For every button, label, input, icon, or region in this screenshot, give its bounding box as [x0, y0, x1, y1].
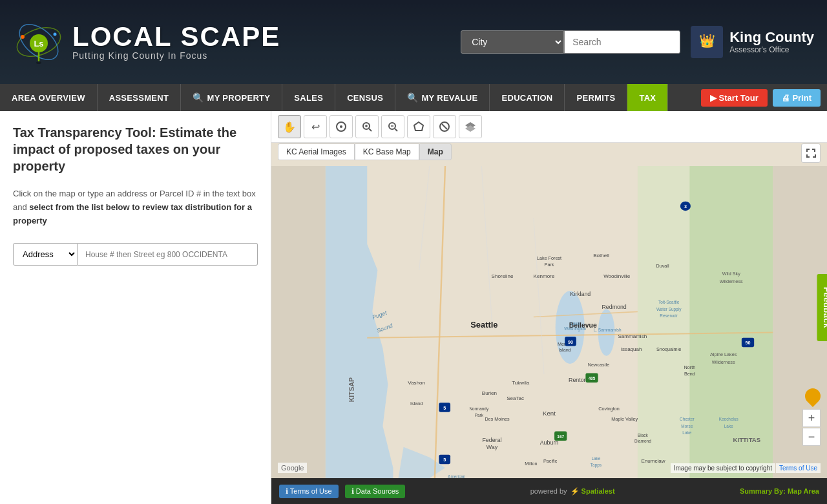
header-right: City 👑 King County Assessor's Office: [461, 26, 814, 58]
svg-text:Park: Park: [545, 262, 554, 268]
svg-text:Seattle: Seattle: [470, 320, 497, 330]
logo-text: LOCAL SCAPE Putting King County In Focus: [72, 23, 280, 61]
svg-text:405: 405: [589, 376, 596, 381]
svg-text:Shoreline: Shoreline: [492, 273, 514, 279]
map-toolbar: ✋ ↩: [271, 111, 827, 143]
svg-text:Pacific: Pacific: [543, 458, 558, 464]
nav-item-education[interactable]: Education: [490, 84, 565, 111]
svg-text:Tukwila: Tukwila: [512, 380, 530, 386]
svg-text:Lake: Lake: [591, 456, 600, 461]
svg-text:90: 90: [745, 340, 750, 346]
address-type-select[interactable]: Address: [13, 243, 78, 266]
nav-bar: Area Overview Assessment 🔍 My Property S…: [0, 84, 827, 111]
svg-text:Federal: Federal: [482, 437, 501, 443]
cancel-tool-button[interactable]: [433, 115, 456, 138]
map-expand-button[interactable]: [801, 143, 821, 163]
map-terms-link[interactable]: Terms of Use: [776, 463, 821, 473]
svg-text:Burien: Burien: [482, 390, 497, 396]
undo-tool-button[interactable]: ↩: [304, 115, 327, 138]
search-input[interactable]: [564, 30, 680, 54]
nav-item-census[interactable]: Census: [335, 84, 395, 111]
svg-text:Wilderness: Wilderness: [712, 359, 735, 365]
header: Ls LOCAL SCAPE Putting King County In Fo…: [0, 0, 827, 84]
svg-text:Ls: Ls: [34, 39, 43, 48]
layers-tool-button[interactable]: [459, 115, 482, 138]
svg-text:Vashon: Vashon: [408, 380, 425, 386]
aerial-images-tab[interactable]: KC Aerial Images: [278, 143, 355, 160]
terms-of-use-button[interactable]: ℹ Terms of Use: [279, 485, 339, 498]
start-tour-button[interactable]: ▶ Start Tour: [701, 89, 768, 107]
svg-line-13: [369, 129, 372, 131]
summary-value: Map Area: [788, 487, 819, 495]
svg-text:Alpine Lakes: Alpine Lakes: [710, 352, 737, 357]
summary-by: Summary By: Map Area: [740, 487, 819, 495]
print-button[interactable]: 🖨 Print: [773, 89, 821, 107]
svg-text:👑: 👑: [699, 33, 715, 48]
svg-text:Morse: Morse: [681, 424, 693, 428]
svg-text:90: 90: [568, 339, 573, 345]
svg-text:Des Moines: Des Moines: [485, 416, 510, 422]
svg-text:Tolt-Seattle: Tolt-Seattle: [658, 300, 680, 304]
map-tab[interactable]: Map: [419, 143, 452, 160]
feedback-tab[interactable]: Feedback: [817, 274, 827, 341]
search-icon-my-revalue: 🔍: [407, 92, 418, 103]
main-content: Tax Transparency Tool: Estimate the impa…: [0, 111, 827, 504]
svg-text:Water Supply: Water Supply: [656, 307, 682, 312]
search-area: City: [461, 30, 680, 54]
map-footer: ℹ Terms of Use ℹ Data Sources powered by…: [271, 478, 827, 504]
kc-logo-icon: 👑: [691, 26, 723, 58]
svg-text:Chester: Chester: [680, 417, 695, 421]
nav-item-my-revalue[interactable]: 🔍 My Revalue: [395, 84, 490, 111]
svg-text:Redmond: Redmond: [602, 304, 626, 310]
address-row: Address: [13, 243, 258, 266]
nav-item-assessment[interactable]: Assessment: [98, 84, 182, 111]
svg-text:Snoqualmie: Snoqualmie: [656, 346, 681, 352]
svg-text:Black: Black: [638, 433, 649, 437]
address-input[interactable]: [78, 243, 258, 266]
spatialest-logo: ⚡ Spatialest: [571, 487, 615, 496]
nav-item-permits[interactable]: Permits: [565, 84, 627, 111]
zoom-in-button[interactable]: +: [802, 409, 821, 427]
svg-text:Park: Park: [475, 413, 484, 417]
svg-point-26: [598, 309, 615, 355]
svg-text:3: 3: [684, 204, 687, 209]
nav-item-tax[interactable]: Tax: [627, 84, 668, 111]
hand-tool-button[interactable]: ✋: [278, 115, 301, 138]
svg-text:Covington: Covington: [598, 406, 620, 412]
map-zoom-controls: + −: [802, 409, 821, 446]
svg-text:Wild Sky: Wild Sky: [722, 271, 741, 277]
svg-text:Kent: Kent: [543, 410, 556, 417]
polygon-tool-button[interactable]: [407, 115, 430, 138]
svg-text:Island: Island: [558, 347, 571, 353]
nav-item-area-overview[interactable]: Area Overview: [0, 84, 98, 111]
svg-text:5: 5: [443, 405, 446, 411]
svg-line-17: [395, 129, 397, 131]
king-county-badge: 👑 King County Assessor's Office: [691, 26, 814, 58]
footer-links: ℹ Terms of Use ℹ Data Sources: [279, 485, 405, 498]
zoom-out-select-button[interactable]: [381, 115, 404, 138]
svg-text:Woodinville: Woodinville: [603, 273, 631, 279]
svg-text:Enumclaw: Enumclaw: [641, 458, 665, 464]
svg-text:5: 5: [443, 457, 446, 463]
nav-item-sales[interactable]: Sales: [282, 84, 335, 111]
base-map-tab[interactable]: KC Base Map: [355, 143, 419, 160]
svg-text:Sammamish: Sammamish: [618, 333, 647, 339]
svg-text:Bend: Bend: [684, 371, 695, 377]
svg-text:Washington: Washington: [564, 326, 586, 331]
svg-text:Diamond: Diamond: [634, 439, 651, 443]
zoom-out-button[interactable]: −: [802, 428, 821, 446]
header-content: Ls LOCAL SCAPE Putting King County In Fo…: [13, 16, 814, 68]
svg-text:Tapps: Tapps: [591, 463, 602, 468]
city-select[interactable]: City: [461, 30, 564, 54]
svg-text:Kenmore: Kenmore: [534, 273, 555, 279]
data-sources-button[interactable]: ℹ Data Sources: [345, 485, 406, 498]
svg-text:SeaTac: SeaTac: [507, 395, 524, 401]
kc-text: King County Assessor's Office: [729, 30, 814, 54]
svg-text:KITTITAS: KITTITAS: [733, 436, 761, 443]
zoom-in-select-button[interactable]: [355, 115, 379, 138]
panel-title: Tax Transparency Tool: Estimate the impa…: [13, 124, 258, 174]
nav-item-my-property[interactable]: 🔍 My Property: [181, 84, 282, 111]
map-area[interactable]: ✋ ↩: [271, 111, 827, 504]
circle-select-button[interactable]: [330, 115, 353, 138]
map-canvas[interactable]: Seattle Bellevue Kirkland Redmond Bothel…: [271, 166, 827, 478]
